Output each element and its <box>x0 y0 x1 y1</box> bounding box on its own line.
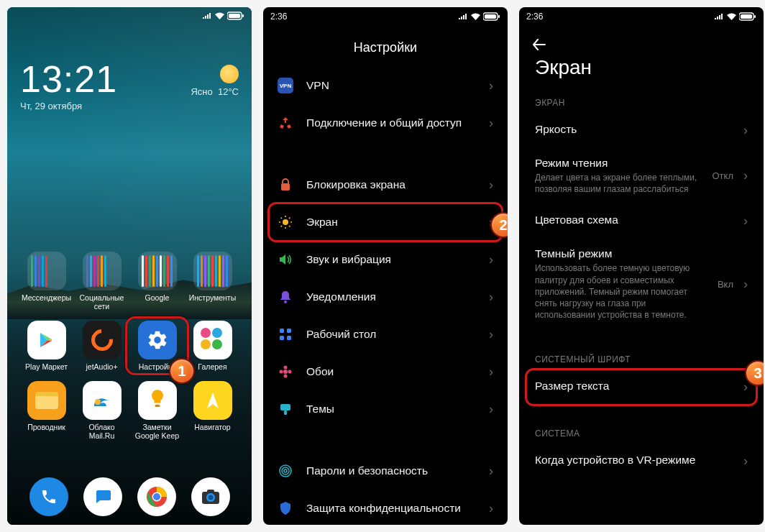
svg-rect-26 <box>280 329 284 333</box>
signal-icon <box>202 12 212 20</box>
row-text-size[interactable]: Размер текста › 3 <box>519 370 764 404</box>
svg-rect-14 <box>498 15 500 18</box>
section-display: ЭКРАН <box>519 93 764 114</box>
svg-rect-42 <box>754 15 756 18</box>
svg-point-3 <box>95 399 101 405</box>
folder-label: Социальные сети <box>80 293 124 311</box>
chevron-right-icon: › <box>489 78 493 93</box>
dock-phone[interactable] <box>29 477 68 516</box>
status-time: 2:36 <box>526 12 543 22</box>
dock-chrome[interactable] <box>137 477 176 516</box>
row-display[interactable]: Экран › 2 <box>263 203 508 241</box>
row-label: Яркость <box>535 123 733 136</box>
row-label: Темный режим <box>535 247 707 260</box>
clock-widget[interactable]: 13:21 Чт, 29 октября <box>20 58 117 111</box>
signal-icon <box>714 13 724 21</box>
row-label: Размер текста <box>535 380 733 393</box>
dock-camera[interactable] <box>191 477 230 516</box>
vpn-icon: VPN <box>278 78 293 93</box>
folder-tools[interactable]: Инструменты <box>186 252 239 311</box>
app-label: Облако Mail.Ru <box>88 423 114 440</box>
svg-rect-15 <box>281 183 290 191</box>
wifi-icon <box>214 12 225 20</box>
row-homescreen[interactable]: Рабочий стол › <box>263 316 508 353</box>
weather-widget[interactable]: Ясно 12°C <box>191 65 239 97</box>
svg-point-30 <box>283 370 288 374</box>
row-sound[interactable]: Звук и вибрация › <box>263 241 508 278</box>
row-label: Звук и вибрация <box>306 253 476 266</box>
svg-rect-35 <box>280 404 290 411</box>
svg-rect-41 <box>741 14 752 19</box>
settings-list: VPN VPN › Подключение и общий доступ › Б… <box>263 67 508 525</box>
row-passwords[interactable]: Пароли и безопасность › <box>263 452 508 490</box>
svg-line-23 <box>289 218 290 219</box>
chevron-right-icon: › <box>743 277 748 292</box>
phone-display-settings: 2:36 Экран ЭКРАН Яркость › Режим чтения … <box>519 7 764 525</box>
svg-point-38 <box>282 467 289 474</box>
svg-rect-29 <box>287 336 291 340</box>
svg-line-21 <box>281 218 283 219</box>
page-title: Настройки <box>263 26 508 67</box>
app-jetaudio[interactable]: jetAudio+ <box>75 321 128 371</box>
chevron-right-icon: › <box>743 380 748 395</box>
chevron-right-icon: › <box>489 290 493 305</box>
svg-point-11 <box>208 495 213 500</box>
dock-messages[interactable] <box>83 477 122 516</box>
back-button[interactable] <box>519 26 764 53</box>
row-label: Обои <box>306 365 476 378</box>
svg-rect-36 <box>284 411 287 415</box>
app-navigator[interactable]: Навигатор <box>186 381 239 440</box>
row-label: Уведомления <box>306 290 476 303</box>
row-label: Защита конфиденциальности <box>306 502 476 515</box>
folder-messengers[interactable]: Мессенджеры <box>20 252 73 311</box>
sun-icon <box>278 214 293 230</box>
row-lockscreen[interactable]: Блокировка экрана › <box>263 166 508 203</box>
row-color-scheme[interactable]: Цветовая схема › <box>519 204 764 238</box>
row-label: Цветовая схема <box>535 214 733 226</box>
battery-icon <box>227 12 244 20</box>
svg-rect-1 <box>229 14 240 18</box>
phone-homescreen: 13:21 Чт, 29 октября Ясно 12°C Мессендже… <box>7 7 252 525</box>
row-themes[interactable]: Темы › <box>263 390 508 428</box>
svg-point-33 <box>280 370 283 374</box>
row-dark-mode[interactable]: Темный режим Использовать более темную ц… <box>519 238 764 330</box>
app-keep[interactable]: Заметки Google Keep <box>131 381 183 440</box>
app-gallery[interactable]: Галерея <box>186 321 239 371</box>
brush-icon <box>278 401 293 417</box>
share-icon <box>278 115 293 131</box>
row-privacy[interactable]: Защита конфиденциальности › <box>263 490 508 525</box>
app-label: jetAudio+ <box>86 362 117 371</box>
row-reading-mode[interactable]: Режим чтения Делает цвета на экране боле… <box>519 147 764 204</box>
row-sub: Использовать более темную цветовую палит… <box>535 262 707 321</box>
app-explorer[interactable]: Проводник <box>20 381 73 440</box>
weather-temp: 12°C <box>218 86 239 97</box>
grid-icon <box>278 326 293 342</box>
row-wallpaper[interactable]: Обои › <box>263 353 508 390</box>
svg-point-32 <box>284 375 288 378</box>
row-value: Вкл <box>718 279 733 290</box>
app-settings[interactable]: Настройки 1 <box>131 321 183 371</box>
svg-rect-13 <box>485 14 496 19</box>
chevron-right-icon: › <box>743 168 748 183</box>
row-vr-mode[interactable]: Когда устройство в VR-режиме › <box>519 444 764 478</box>
chevron-right-icon: › <box>489 178 493 193</box>
app-mailru[interactable]: Облако Mail.Ru <box>75 381 128 440</box>
svg-point-25 <box>284 301 287 303</box>
svg-point-16 <box>283 219 288 225</box>
folder-social[interactable]: Социальные сети <box>75 252 128 311</box>
row-brightness[interactable]: Яркость › <box>519 114 764 147</box>
svg-rect-4 <box>155 405 160 407</box>
app-label: Заметки Google Keep <box>135 423 179 440</box>
row-vpn[interactable]: VPN VPN › <box>263 67 508 104</box>
wifi-icon <box>470 13 481 21</box>
folder-label: Инструменты <box>189 293 236 302</box>
speaker-icon <box>278 252 293 267</box>
row-notifications[interactable]: Уведомления › <box>263 278 508 316</box>
app-playmarket[interactable]: Play Маркет <box>20 321 73 371</box>
folder-google[interactable]: Google <box>131 252 183 311</box>
status-bar-right <box>202 12 244 20</box>
clock-time: 13:21 <box>20 58 117 101</box>
svg-rect-9 <box>207 490 214 493</box>
row-connection-share[interactable]: Подключение и общий доступ › <box>263 104 508 142</box>
row-sub: Делает цвета на экране более теплыми, по… <box>535 172 702 195</box>
